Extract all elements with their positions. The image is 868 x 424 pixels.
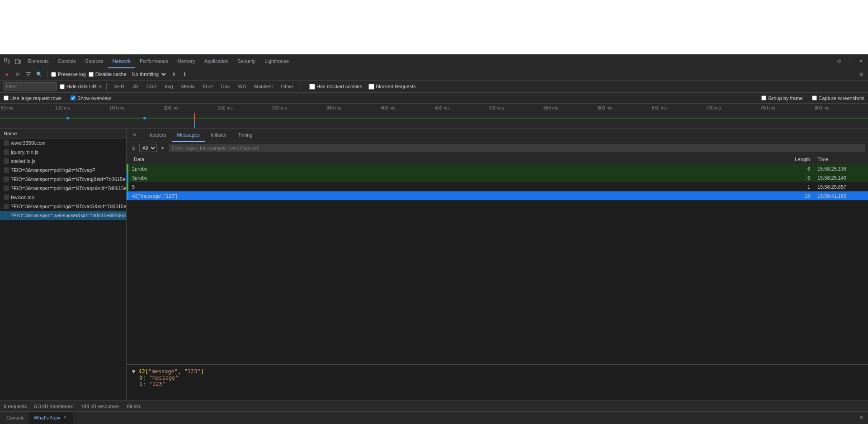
svg-rect-16: [4, 204, 9, 209]
capture-screenshots-checkbox[interactable]: [812, 95, 817, 100]
console-tab[interactable]: Console: [2, 412, 29, 424]
filter-icon[interactable]: [24, 70, 33, 78]
has-blocked-cookies-checkbox[interactable]: [309, 84, 315, 90]
export-icon[interactable]: ⬇: [181, 70, 189, 78]
bottom-settings-icon[interactable]: ✕: [856, 413, 866, 423]
filter-manifest[interactable]: Manifest: [251, 83, 276, 90]
request-item-0[interactable]: www.3359l.com: [0, 138, 126, 148]
tl-500ms: 500 ms: [488, 105, 542, 113]
has-blocked-cookies-label[interactable]: Has blocked cookies: [309, 84, 362, 90]
tab-application[interactable]: Application: [200, 55, 233, 68]
large-rows-label[interactable]: Use large request rows: [4, 95, 61, 101]
request-item-1[interactable]: jquery.min.js: [0, 148, 126, 157]
blocked-requests-checkbox[interactable]: [368, 84, 374, 90]
group-by-frame-label[interactable]: Group by frame: [761, 95, 802, 101]
whats-new-tab[interactable]: What's New ×: [29, 412, 72, 424]
msg-data-1: 3probe: [130, 175, 778, 181]
request-item-2[interactable]: socket.io.js: [0, 157, 126, 166]
msg-clear-button[interactable]: ⊘: [129, 144, 137, 152]
tab-sources[interactable]: Sources: [80, 55, 108, 68]
refresh-button[interactable]: ⟳: [14, 70, 22, 78]
timeline-chart: [0, 113, 868, 129]
devtools-panel: Elements Console Sources Network Perform…: [0, 54, 868, 424]
more-options-icon[interactable]: ⋮: [844, 56, 855, 67]
group-by-frame-checkbox[interactable]: [761, 95, 766, 100]
msg-row-3[interactable]: 42["message","123"] 19 15:58:41.189: [127, 191, 868, 200]
separator: [47, 71, 47, 78]
request-item-3[interactable]: ?EIO=3&transport=polling&t=NTcvapF: [0, 166, 126, 175]
filter-font[interactable]: Font: [200, 83, 216, 90]
msg-data-0: 2probe: [130, 166, 778, 172]
close-whats-new-button[interactable]: ×: [62, 414, 68, 421]
network-settings-icon[interactable]: ⚙: [857, 70, 865, 78]
request-item-7[interactable]: ?EIO=3&transport=polling&t=NTcvarS&sid=7…: [0, 202, 126, 211]
request-item-8[interactable]: ?EIO=3&transport=websocket&sid=7d0615e89…: [0, 211, 126, 220]
msg-length-0: 6: [778, 166, 814, 172]
settings-icon[interactable]: ⚙: [834, 56, 844, 67]
tab-lighthouse[interactable]: Lighthouse: [260, 55, 293, 68]
device-icon[interactable]: [13, 56, 24, 67]
msg-row-0[interactable]: 2probe 6 15:58:25.136: [127, 164, 868, 173]
messages-table[interactable]: Data Length Time 2probe 6 15:58:25.136: [127, 154, 868, 364]
col-time-header: Time: [814, 157, 868, 162]
detail-tab-headers[interactable]: Headers: [142, 129, 172, 142]
timeline-area: 50 ms 100 ms 150 ms 200 ms 250 ms 300 ms…: [0, 104, 868, 129]
filter-media[interactable]: Media: [179, 83, 198, 90]
close-details-button[interactable]: ✕: [130, 131, 138, 139]
filter-xhr[interactable]: XHR: [111, 83, 127, 90]
request-item-5[interactable]: ?EIO=3&transport=polling&t=NTcvaqs&sid=7…: [0, 184, 126, 193]
disable-cache-checkbox[interactable]: [89, 72, 94, 77]
tab-network[interactable]: Network: [108, 55, 135, 68]
capture-screenshots-label[interactable]: Capture screenshots: [812, 95, 865, 101]
detail-tab-messages[interactable]: Messages: [172, 129, 205, 142]
whats-new-label: What's New: [33, 415, 60, 420]
hide-data-urls-checkbox[interactable]: [60, 84, 65, 89]
detail-tab-initiator[interactable]: Initiator: [205, 129, 232, 142]
msg-row-2[interactable]: 5 1 15:58:25.657: [127, 182, 868, 191]
filter-ws[interactable]: WS: [235, 83, 249, 90]
throttle-select[interactable]: No throttling: [129, 71, 167, 77]
msg-row-1[interactable]: 3probe 6 15:58:25.149: [127, 173, 868, 182]
msg-length-2: 1: [778, 184, 814, 190]
messages-header: Data Length Time: [127, 154, 868, 164]
record-button[interactable]: ●: [3, 70, 11, 78]
devtools-tab-bar: Elements Console Sources Network Perform…: [0, 55, 868, 68]
tab-performance[interactable]: Performance: [135, 55, 173, 68]
details-panel: ✕ Headers Messages Initiator Timing ⊘ Al…: [127, 129, 868, 400]
blocked-requests-label[interactable]: Blocked Requests: [368, 84, 416, 90]
msg-filter-select[interactable]: All: [139, 144, 157, 152]
msg-filter-input[interactable]: [169, 144, 865, 152]
disable-cache-label[interactable]: Disable cache: [89, 71, 127, 77]
filter-other[interactable]: Other: [278, 83, 297, 90]
detail-tab-timing[interactable]: Timing: [232, 129, 258, 142]
tab-security[interactable]: Security: [233, 55, 260, 68]
large-rows-checkbox[interactable]: [4, 95, 9, 100]
show-overview-label[interactable]: Show overview: [71, 95, 111, 101]
show-overview-checkbox[interactable]: [71, 95, 75, 100]
filter-js[interactable]: JS: [130, 83, 141, 90]
preserve-log-checkbox[interactable]: [51, 72, 56, 77]
import-icon[interactable]: ⬆: [170, 70, 178, 78]
svg-rect-11: [4, 158, 9, 164]
search-icon[interactable]: 🔍: [35, 70, 43, 78]
json-preview: ▼ 42["message", "123"] 0: "message" 1: "…: [127, 364, 868, 400]
option-left: Use large request rows Show overview: [4, 95, 111, 101]
svg-rect-1: [15, 59, 19, 64]
request-list[interactable]: www.3359l.com jquery.min.js socket.io.js…: [0, 138, 126, 400]
hide-data-urls-label[interactable]: Hide data URLs: [60, 84, 102, 89]
request-item-6[interactable]: favicon.ico: [0, 193, 126, 202]
inspect-icon[interactable]: [2, 56, 13, 67]
svg-rect-13: [4, 176, 9, 182]
filter-input[interactable]: [3, 82, 57, 91]
filter-img[interactable]: Img: [162, 83, 175, 90]
tab-memory[interactable]: Memory: [173, 55, 200, 68]
tl-750ms: 750 ms: [760, 105, 814, 113]
tab-elements[interactable]: Elements: [24, 55, 53, 68]
request-item-4[interactable]: ?EIO=3&transport=polling&t=NTcvaqj&sid=7…: [0, 175, 126, 184]
msg-filter-dropdown-icon[interactable]: ▾: [159, 144, 167, 152]
filter-doc[interactable]: Doc: [218, 83, 233, 90]
close-devtools-icon[interactable]: ✕: [855, 56, 866, 67]
preserve-log-label[interactable]: Preserve log: [51, 71, 86, 77]
filter-css[interactable]: CSS: [144, 83, 160, 90]
tab-console[interactable]: Console: [53, 55, 80, 68]
